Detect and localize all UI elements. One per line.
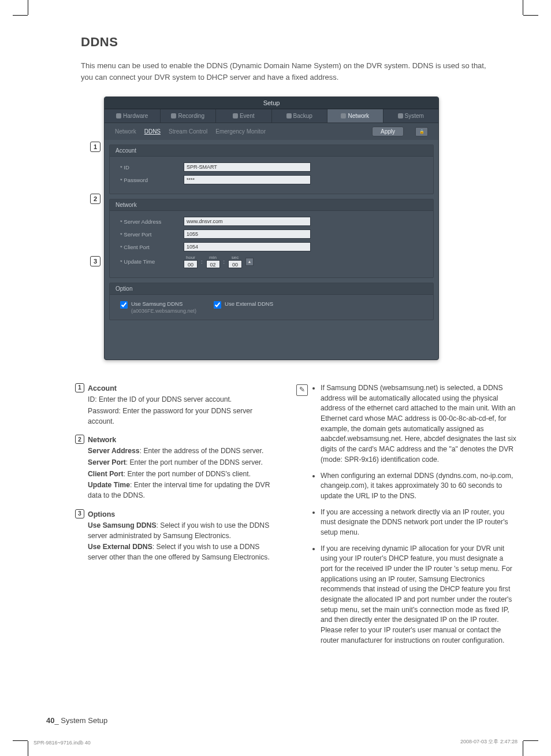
update-time-label: Update Time xyxy=(120,258,178,265)
explanation-columns: 1 Account ID: Enter the ID of your DDNS … xyxy=(75,383,516,652)
system-icon xyxy=(398,113,403,118)
use-external-ddns-label: Use External DDNS xyxy=(225,301,273,307)
client-port-input[interactable] xyxy=(184,242,311,251)
group-option: Option Use Samsung DDNS (a0036FE.websams… xyxy=(109,283,434,320)
def-account-id: ID: Enter the ID of your DDNS server acc… xyxy=(88,395,279,405)
num-1: 1 xyxy=(75,383,84,392)
tab-recording[interactable]: Recording xyxy=(161,109,217,123)
subtab-ddns[interactable]: DDNS xyxy=(144,128,161,135)
note-4: If you are receiving dynamic IP allocati… xyxy=(321,544,516,646)
server-address-input[interactable] xyxy=(184,217,311,226)
def-sp-t: : Enter the port number of the DDNS serv… xyxy=(126,458,263,466)
callout-2: 2 xyxy=(90,194,100,204)
lock-icon[interactable]: 🔒 xyxy=(415,127,428,136)
callout-1: 1 xyxy=(90,142,100,152)
apply-button[interactable]: Apply xyxy=(372,127,404,136)
tab-system[interactable]: System xyxy=(384,109,439,123)
tab-backup[interactable]: Backup xyxy=(272,109,328,123)
use-external-ddns-checkbox[interactable] xyxy=(214,301,221,309)
server-port-input[interactable] xyxy=(184,229,311,239)
group-network: Network Server Address Server Port Clien… xyxy=(109,199,434,278)
page-title: DDNS xyxy=(81,35,516,50)
meta-right: 2008-07-03 오후 2:47:28 xyxy=(460,738,518,746)
tab-label: Hardware xyxy=(123,113,148,119)
network-icon xyxy=(341,113,346,118)
id-input[interactable] xyxy=(184,162,311,172)
min-label: min xyxy=(206,255,220,260)
hour-value[interactable]: 00 xyxy=(184,260,198,268)
id-label: ID xyxy=(120,164,178,171)
page-number: 40 xyxy=(46,716,54,725)
def-sa-t: : Enter the address of the DDNS server. xyxy=(140,447,264,455)
def-account: 1 Account ID: Enter the ID of your DDNS … xyxy=(75,383,279,427)
num-3: 3 xyxy=(75,509,84,518)
def-account-title: Account xyxy=(88,383,279,394)
def-cp-t: : Enter the port number of DDNS's client… xyxy=(124,470,251,478)
subtab-emergency-monitor[interactable]: Emergency Monitor xyxy=(215,128,266,135)
note-2: When configuring an external DDNS (dyndn… xyxy=(321,471,516,502)
tab-label: System xyxy=(405,113,424,119)
page-intro: This menu can be used to enable the DDNS… xyxy=(81,60,497,83)
group-head-option: Option xyxy=(110,283,433,295)
def-options-title: Options xyxy=(88,509,279,520)
tab-hardware[interactable]: Hardware xyxy=(105,109,161,123)
tab-label: Network xyxy=(348,113,369,119)
note-1: If Samsung DDNS (websamsung.net) is sele… xyxy=(321,383,516,465)
def-cp-b: Client Port xyxy=(88,470,124,478)
hour-label: hour xyxy=(184,255,198,260)
hardware-icon xyxy=(116,113,121,118)
footer-label: _ System Setup xyxy=(54,716,107,725)
def-options: 3 Options Use Samsung DDNS: Select if yo… xyxy=(75,509,279,563)
page-footer: 40_ System Setup xyxy=(46,716,107,725)
sec-value[interactable]: 00 xyxy=(228,260,242,268)
use-samsung-ddns-checkbox[interactable] xyxy=(120,301,128,309)
use-samsung-ddns-sub: (a0036FE.websamsung.net) xyxy=(131,308,196,314)
subtab-stream-control[interactable]: Stream Control xyxy=(169,128,207,135)
password-label: Password xyxy=(120,177,178,183)
sec-label: sec xyxy=(228,255,242,260)
tab-event[interactable]: Event xyxy=(216,109,272,123)
tab-label: Backup xyxy=(293,113,312,119)
password-input[interactable] xyxy=(184,175,311,184)
group-account: Account ID Password xyxy=(109,144,434,194)
min-value[interactable]: 02 xyxy=(206,260,220,268)
def-ue-b: Use External DDNS xyxy=(88,543,152,551)
meta-left: SPR-9816~9716.indb 40 xyxy=(33,740,91,746)
left-column: 1 Account ID: Enter the ID of your DDNS … xyxy=(75,383,279,652)
event-icon xyxy=(233,113,238,118)
server-port-label: Server Port xyxy=(120,231,178,238)
sub-tabbar: Network DDNS Stream Control Emergency Mo… xyxy=(105,123,438,140)
use-samsung-ddns-option[interactable]: Use Samsung DDNS (a0036FE.websamsung.net… xyxy=(120,301,196,314)
update-time-control: hour00 : min02 : sec00 ▴ xyxy=(184,255,254,268)
num-2: 2 xyxy=(75,435,84,444)
right-column-notes: ✎ If Samsung DDNS (websamsung.net) is se… xyxy=(296,383,516,652)
backup-icon xyxy=(286,113,292,118)
tab-label: Event xyxy=(240,113,255,119)
use-samsung-ddns-label: Use Samsung DDNS xyxy=(131,301,183,307)
tab-network[interactable]: Network xyxy=(327,109,384,123)
subtab-network[interactable]: Network xyxy=(115,128,136,135)
use-external-ddns-option[interactable]: Use External DDNS xyxy=(214,301,273,309)
def-sp-b: Server Port xyxy=(88,458,126,466)
def-network-title: Network xyxy=(88,435,279,445)
setup-window: Setup Hardware Recording Event Backup Ne… xyxy=(104,97,439,360)
def-account-pw: Password: Enter the password for your DD… xyxy=(88,406,279,427)
tab-label: Recording xyxy=(178,113,204,119)
recording-icon xyxy=(171,113,176,118)
screenshot-wrapper: 1 2 3 Setup Hardware Recording Event Bac… xyxy=(104,97,516,360)
note-icon: ✎ xyxy=(296,384,308,396)
callout-3: 3 xyxy=(90,256,100,266)
note-3: If you are accessing a network directly … xyxy=(321,507,516,538)
def-network: 2 Network Server Address: Enter the addr… xyxy=(75,435,279,501)
def-us-b: Use Samsung DDNS xyxy=(88,521,157,529)
def-ut-b: Update Time xyxy=(88,481,130,489)
group-head-network: Network xyxy=(110,199,433,211)
def-sa-b: Server Address xyxy=(88,447,140,455)
time-spinner-icon[interactable]: ▴ xyxy=(245,258,254,266)
client-port-label: Client Port xyxy=(120,244,178,250)
group-head-account: Account xyxy=(110,145,433,157)
server-address-label: Server Address xyxy=(120,218,178,225)
window-title: Setup xyxy=(105,97,438,109)
main-tabbar: Hardware Recording Event Backup Network … xyxy=(105,109,438,123)
